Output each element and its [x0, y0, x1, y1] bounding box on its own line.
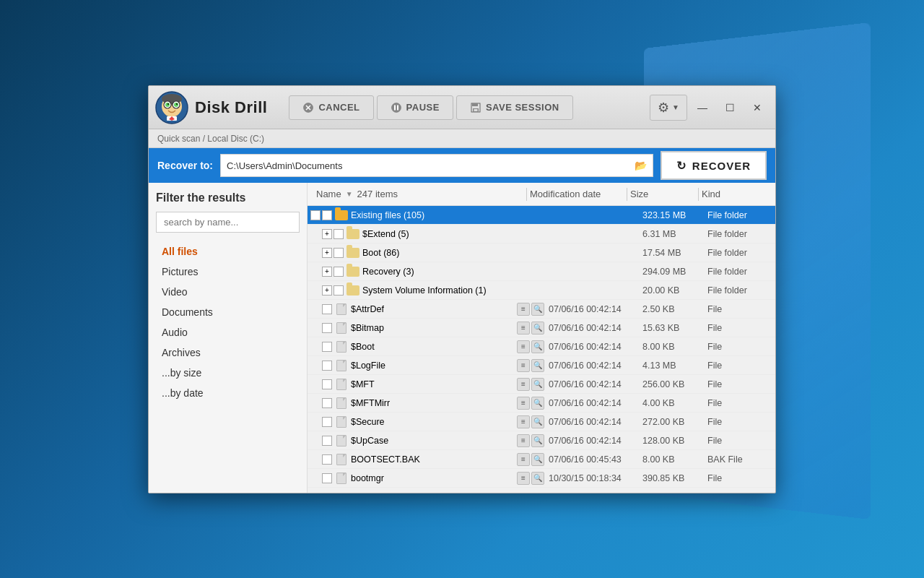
recover-button[interactable]: ↻ RECOVER: [661, 151, 767, 180]
row-checkbox[interactable]: [322, 210, 332, 220]
table-row[interactable]: $Boot ≡ 🔍 07/06/16 00:42:14 8.00 KB File: [308, 337, 775, 356]
recover-btn-label: RECOVER: [692, 160, 751, 172]
row-checkbox[interactable]: [334, 285, 344, 296]
table-row[interactable]: + Recovery (3) 294.09 MB File folder: [308, 262, 775, 281]
table-row[interactable]: + Boot (86) 17.54 MB File folder: [308, 243, 775, 262]
sidebar-filter-bydate[interactable]: ...by date: [156, 383, 300, 403]
expand-btn[interactable]: +: [322, 267, 332, 277]
file-search-icon[interactable]: 🔍: [531, 378, 544, 391]
recover-path-box[interactable]: C:\Users\Admin\Documents 📂: [220, 154, 653, 177]
file-preview-icon[interactable]: ≡: [517, 340, 530, 353]
close-button[interactable]: ✕: [745, 97, 770, 118]
table-row[interactable]: + System Volume Information (1) 20.00 KB…: [308, 281, 775, 300]
file-search-icon[interactable]: 🔍: [531, 340, 544, 353]
maximize-button[interactable]: ☐: [718, 97, 742, 118]
minimize-button[interactable]: —: [690, 97, 715, 118]
file-list: − Existing files (105) 323.15 MB File fo…: [308, 206, 775, 493]
gear-dropdown-icon: ▼: [672, 103, 679, 111]
col-header-name: Name ▼ 247 items: [316, 189, 523, 199]
cancel-button[interactable]: CANCEL: [289, 95, 373, 120]
file-preview-icon[interactable]: ≡: [517, 397, 530, 410]
sidebar-filter-all[interactable]: All files: [156, 241, 300, 262]
save-session-button[interactable]: SAVE SESSION: [456, 95, 573, 120]
col-header-date: Modification date: [530, 189, 624, 199]
row-checkbox[interactable]: [322, 323, 332, 333]
table-row[interactable]: bootmgr ≡ 🔍 10/30/15 00:18:34 390.85 KB …: [308, 469, 775, 488]
file-search-icon[interactable]: 🔍: [531, 397, 544, 410]
sidebar-filter-audio[interactable]: Audio: [156, 322, 300, 342]
file-search-icon[interactable]: 🔍: [531, 472, 544, 485]
table-row[interactable]: $MFTMirr ≡ 🔍 07/06/16 00:42:14 4.00 KB F…: [308, 394, 775, 413]
folder-icon: [346, 247, 359, 259]
row-kind: File: [707, 473, 772, 483]
app-logo: [154, 90, 189, 125]
row-checkbox[interactable]: [334, 267, 344, 277]
row-checkbox[interactable]: [322, 417, 332, 427]
row-kind: File: [707, 323, 772, 333]
file-search-icon[interactable]: 🔍: [531, 453, 544, 466]
table-row[interactable]: $AttrDef ≡ 🔍 07/06/16 00:42:14 2.50 KB F…: [308, 300, 775, 319]
file-preview-icon[interactable]: ≡: [517, 434, 530, 447]
row-size: 6.31 MB: [642, 229, 707, 239]
row-checkbox[interactable]: [322, 379, 332, 389]
row-actions: ≡ 🔍: [517, 378, 544, 391]
row-checkbox[interactable]: [322, 436, 332, 446]
file-search-icon[interactable]: 🔍: [531, 415, 544, 428]
expand-btn[interactable]: −: [310, 210, 321, 220]
file-preview-icon[interactable]: ≡: [517, 472, 530, 485]
row-checkbox[interactable]: [322, 454, 332, 465]
file-search-icon[interactable]: 🔍: [531, 303, 544, 316]
items-count: 247 items: [357, 189, 398, 199]
table-row[interactable]: $Bitmap ≡ 🔍 07/06/16 00:42:14 15.63 KB F…: [308, 319, 775, 337]
title-bar: Disk Drill CANCEL: [149, 86, 775, 129]
file-preview-icon[interactable]: ≡: [517, 322, 530, 335]
file-search-icon[interactable]: 🔍: [531, 359, 544, 372]
expand-btn[interactable]: +: [322, 285, 332, 296]
svg-rect-16: [397, 105, 398, 110]
expand-btn[interactable]: +: [322, 229, 332, 239]
sidebar-filter-archives[interactable]: Archives: [156, 342, 300, 363]
file-preview-icon[interactable]: ≡: [517, 303, 530, 316]
file-preview-icon[interactable]: ≡: [517, 359, 530, 372]
row-checkbox[interactable]: [322, 361, 332, 371]
row-actions: ≡ 🔍: [517, 434, 544, 447]
row-checkbox[interactable]: [322, 342, 332, 352]
svg-point-8: [176, 103, 178, 105]
pause-button[interactable]: PAUSE: [377, 95, 453, 120]
folder-browse-icon[interactable]: 📂: [635, 160, 647, 171]
row-checkbox[interactable]: [322, 304, 332, 314]
file-icon: [335, 303, 348, 315]
app-window: Disk Drill CANCEL: [148, 85, 776, 493]
expand-btn[interactable]: +: [322, 248, 332, 258]
row-name: bootmgr: [351, 473, 517, 483]
table-row[interactable]: $MFT ≡ 🔍 07/06/16 00:42:14 256.00 KB Fil…: [308, 375, 775, 394]
pause-icon: [391, 102, 402, 113]
sidebar-filter-bysize[interactable]: ...by size: [156, 363, 300, 383]
row-indent: [310, 397, 351, 409]
file-preview-icon[interactable]: ≡: [517, 415, 530, 428]
file-preview-icon[interactable]: ≡: [517, 453, 530, 466]
file-search-icon[interactable]: 🔍: [531, 434, 544, 447]
table-row[interactable]: + $Extend (5) 6.31 MB File folder: [308, 225, 775, 243]
table-row[interactable]: $Secure ≡ 🔍 07/06/16 00:42:14 272.00 KB …: [308, 413, 775, 431]
search-input[interactable]: [156, 212, 300, 233]
row-indent: [310, 416, 351, 428]
table-row[interactable]: $LogFile ≡ 🔍 07/06/16 00:42:14 4.13 MB F…: [308, 356, 775, 375]
table-row[interactable]: − Existing files (105) 323.15 MB File fo…: [308, 206, 775, 225]
row-size: 8.00 KB: [642, 342, 707, 352]
row-checkbox[interactable]: [334, 248, 344, 258]
sidebar-filter-pictures[interactable]: Pictures: [156, 262, 300, 282]
file-search-icon[interactable]: 🔍: [531, 322, 544, 335]
row-name: Existing files (105): [351, 210, 549, 220]
file-preview-icon[interactable]: ≡: [517, 378, 530, 391]
row-checkbox[interactable]: [322, 398, 332, 408]
row-indent: [310, 360, 351, 371]
sidebar-filter-documents[interactable]: Documents: [156, 302, 300, 322]
row-kind: File: [707, 436, 772, 446]
settings-button[interactable]: ⚙ ▼: [650, 95, 687, 121]
table-row[interactable]: $UpCase ≡ 🔍 07/06/16 00:42:14 128.00 KB …: [308, 431, 775, 450]
table-row[interactable]: BOOTSECT.BAK ≡ 🔍 07/06/16 00:45:43 8.00 …: [308, 450, 775, 469]
row-checkbox[interactable]: [322, 473, 332, 483]
sidebar-filter-video[interactable]: Video: [156, 282, 300, 302]
row-checkbox[interactable]: [334, 229, 344, 239]
